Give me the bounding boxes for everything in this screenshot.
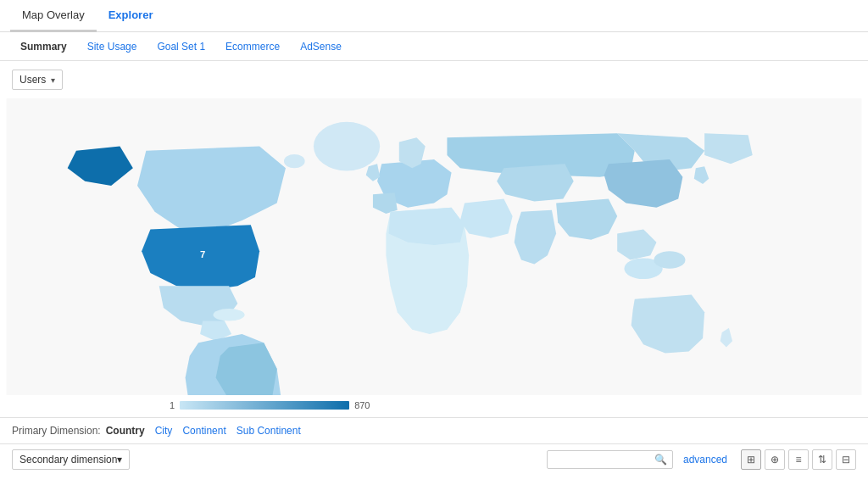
primary-dimension-active: Country xyxy=(106,425,145,437)
primary-dimension-sub-continent[interactable]: Sub Continent xyxy=(236,425,301,437)
svg-text:7: 7 xyxy=(200,249,205,259)
view-pie-icon[interactable]: ⊕ xyxy=(765,449,785,470)
subtab-ecommerce[interactable]: Ecommerce xyxy=(215,32,290,61)
svg-point-3 xyxy=(214,309,245,321)
secondary-dimension-arrow-icon: ▾ xyxy=(117,454,122,465)
secondary-dimension-dropdown[interactable]: Secondary dimension ▾ xyxy=(12,449,130,470)
subtab-adsense[interactable]: AdSense xyxy=(290,32,352,61)
subtab-summary[interactable]: Summary xyxy=(10,32,77,61)
world-map-svg: 7 xyxy=(0,98,868,395)
svg-point-2 xyxy=(284,154,305,168)
primary-dimension-continent[interactable]: Continent xyxy=(182,425,225,437)
search-box: 🔍 xyxy=(547,450,673,469)
subtab-goal-set-1[interactable]: Goal Set 1 xyxy=(147,32,215,61)
legend-gradient xyxy=(180,401,349,410)
view-list-icon[interactable]: ≡ xyxy=(788,449,809,470)
advanced-link[interactable]: advanced xyxy=(683,454,727,465)
svg-point-1 xyxy=(314,122,380,171)
primary-dimension-city[interactable]: City xyxy=(155,425,173,437)
bottom-toolbar: Secondary dimension ▾ 🔍 advanced ⊞ ⊕ ≡ ⇅… xyxy=(0,443,868,475)
view-icons-group: ⊞ ⊕ ≡ ⇅ ⊟ xyxy=(741,449,856,470)
map-container: 7 xyxy=(0,98,868,395)
legend-min: 1 xyxy=(170,400,175,410)
view-sort-icon[interactable]: ⇅ xyxy=(812,449,832,470)
view-compare-icon[interactable]: ⊟ xyxy=(836,449,856,470)
legend-bar: 1 870 xyxy=(0,395,868,417)
dropdown-arrow-icon: ▾ xyxy=(51,75,55,85)
tabs-bar: Map Overlay Explorer xyxy=(0,0,868,32)
dropdown-row: Users ▾ xyxy=(0,61,868,98)
view-grid-icon[interactable]: ⊞ xyxy=(741,449,761,470)
primary-dimension-label: Primary Dimension: xyxy=(12,425,101,437)
search-input[interactable] xyxy=(553,454,654,465)
svg-point-5 xyxy=(654,251,685,269)
subtabs-bar: Summary Site Usage Goal Set 1 Ecommerce … xyxy=(0,32,868,61)
legend-max: 870 xyxy=(354,400,370,410)
tab-map-overlay[interactable]: Map Overlay xyxy=(10,0,97,32)
users-dropdown[interactable]: Users ▾ xyxy=(12,70,63,90)
subtab-site-usage[interactable]: Site Usage xyxy=(77,32,147,61)
primary-dimension-row: Primary Dimension: Country City Continen… xyxy=(0,417,868,443)
search-icon[interactable]: 🔍 xyxy=(654,454,667,465)
tab-explorer[interactable]: Explorer xyxy=(97,0,165,32)
